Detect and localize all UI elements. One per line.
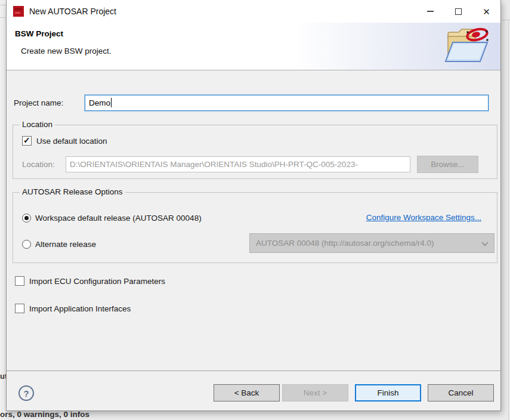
- background-divider: [0, 5, 6, 5]
- location-group: Location Use default location Location: …: [13, 125, 497, 179]
- help-icon: ?: [23, 388, 29, 399]
- back-button[interactable]: < Back: [214, 384, 280, 402]
- finish-button[interactable]: Finish: [355, 384, 421, 402]
- wizard-header: BSW Project Create new BSW project.: [7, 23, 500, 70]
- page-title: BSW Project: [15, 29, 63, 38]
- use-default-location-label: Use default location: [36, 137, 107, 146]
- location-group-title: Location: [20, 120, 55, 129]
- text-caret: [111, 98, 112, 107]
- project-name-value: Demo: [89, 98, 110, 107]
- wizard-content: Project name: Demo Location Use default …: [7, 70, 500, 370]
- browse-button: Browse...: [417, 156, 478, 173]
- dialog-titlebar[interactable]: New AUTOSAR Project ✕: [7, 0, 500, 23]
- background-divider: [502, 20, 510, 20]
- workspace-default-label: Workspace default release (AUTOSAR 00048…: [35, 214, 202, 223]
- use-default-location-checkbox[interactable]: Use default location: [22, 135, 107, 146]
- maximize-icon: [455, 8, 462, 15]
- maximize-button[interactable]: [444, 0, 472, 23]
- release-group-title: AUTOSAR Release Options: [20, 187, 125, 196]
- alternate-release-value: AUTOSAR 00048 (http://autosar.org/schema…: [256, 239, 434, 248]
- background-divider: [508, 20, 509, 420]
- cancel-button[interactable]: Cancel: [428, 384, 494, 402]
- checkbox-unchecked-icon[interactable]: [15, 304, 24, 313]
- minimize-icon: [427, 11, 434, 12]
- status-bar-text-fragment: ors, 0 warnings, 0 infos: [0, 410, 89, 419]
- window-controls: ✕: [416, 0, 500, 23]
- chevron-down-icon: [481, 239, 488, 246]
- alternate-release-radio[interactable]: Alternate release: [22, 239, 96, 249]
- configure-workspace-settings-link[interactable]: Configure Workspace Settings...: [366, 213, 481, 222]
- close-button[interactable]: ✕: [472, 0, 500, 23]
- page-subtitle: Create new BSW project.: [21, 47, 112, 55]
- background-divider: [0, 17, 6, 18]
- alternate-release-dropdown: AUTOSAR 00048 (http://autosar.org/schema…: [249, 233, 494, 253]
- open-folder-autosar-icon: [440, 24, 494, 71]
- radio-unselected-icon[interactable]: [22, 240, 31, 249]
- import-app-interfaces-label: Import Application Interfaces: [29, 304, 131, 313]
- import-ecu-label: Import ECU Configuration Parameters: [29, 277, 165, 286]
- project-name-label: Project name:: [14, 95, 63, 111]
- checkbox-checked-icon[interactable]: [22, 136, 32, 146]
- location-path-label: Location:: [22, 156, 55, 172]
- new-autosar-project-dialog: New AUTOSAR Project ✕ BSW Project Create…: [6, 0, 501, 411]
- next-button: Next >: [282, 384, 348, 402]
- help-button[interactable]: ?: [18, 385, 34, 401]
- release-options-group: AUTOSAR Release Options Workspace defaul…: [13, 192, 497, 263]
- radio-selected-icon[interactable]: [22, 214, 31, 223]
- import-app-interfaces-checkbox[interactable]: Import Application Interfaces: [15, 303, 131, 314]
- workspace-default-radio[interactable]: Workspace default release (AUTOSAR 00048…: [22, 213, 202, 223]
- app-icon: [13, 6, 24, 17]
- alternate-release-label: Alternate release: [35, 240, 96, 249]
- wizard-footer: ? < Back Next > Finish Cancel: [7, 370, 500, 410]
- project-name-input[interactable]: Demo: [85, 95, 489, 111]
- location-path-input: D:\ORIENTAIS\ORIENTAIS Manager\ORIENTAIS…: [66, 156, 410, 172]
- checkbox-unchecked-icon[interactable]: [15, 276, 24, 286]
- background-text-fragment: ut: [0, 372, 6, 381]
- import-ecu-checkbox[interactable]: Import ECU Configuration Parameters: [15, 276, 165, 286]
- close-icon: ✕: [483, 7, 490, 16]
- minimize-button[interactable]: [416, 0, 444, 23]
- dialog-title: New AUTOSAR Project: [29, 7, 116, 16]
- background-window-left-strip: [0, 0, 6, 420]
